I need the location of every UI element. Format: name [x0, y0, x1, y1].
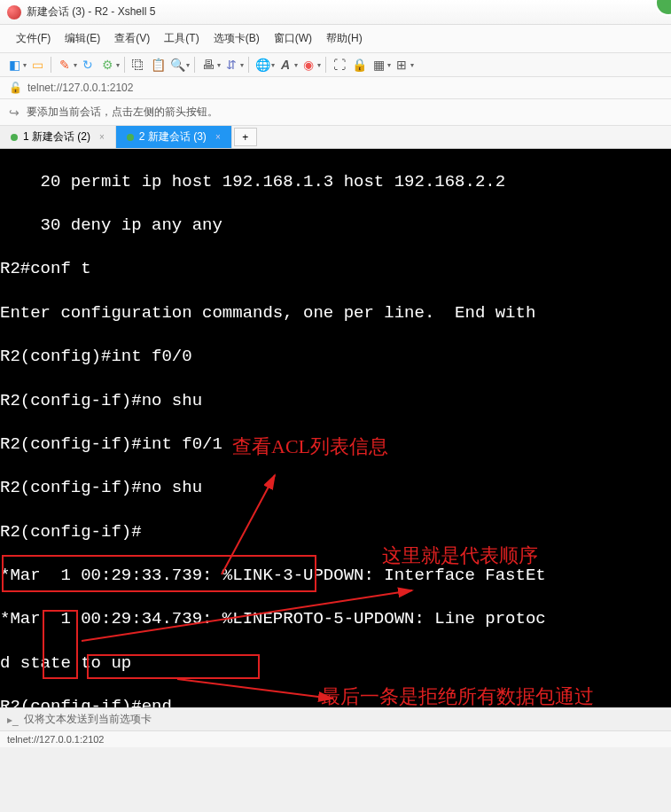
menu-edit[interactable]: 编辑(E) [59, 28, 105, 49]
terminal-line: *Mar 1 00:29:34.739: %LINEPROTO-5-UPDOWN… [0, 608, 671, 630]
footer-bar: ▸_ 仅将文本发送到当前选项卡 [0, 707, 671, 730]
plus-icon: + [242, 131, 248, 144]
transfer-button[interactable]: ⇵ [222, 56, 240, 74]
print-button[interactable]: 🖶 [199, 56, 217, 74]
menu-tabs[interactable]: 选项卡(B) [208, 28, 265, 49]
status-text: telnet://127.0.0.1:2102 [7, 734, 104, 745]
color-button[interactable]: ◉ [300, 56, 317, 74]
globe-button[interactable]: 🌐 [254, 56, 271, 74]
paste-button[interactable]: 📋 [149, 56, 167, 74]
tab-label: 1 新建会话 (2) [23, 129, 90, 144]
chevron-down-icon[interactable]: ▾ [116, 61, 120, 69]
chevron-down-icon[interactable]: ▾ [186, 61, 190, 69]
chevron-down-icon[interactable]: ▾ [240, 61, 244, 69]
toolbar: ◧▾ ▭ ✎▾ ↻ ⚙▾ ⿻ 📋 🔍▾ 🖶▾ ⇵▾ 🌐▾ A▾ ◉▾ ⛶ 🔒 ▦… [0, 53, 671, 77]
tab-bar: 1 新建会话 (2) × 2 新建会话 (3) × + [0, 126, 671, 149]
separator-icon [194, 57, 195, 73]
chevron-down-icon[interactable]: ▾ [23, 61, 27, 69]
tab-label: 2 新建会话 (3) [139, 129, 207, 144]
menu-window[interactable]: 窗口(W) [269, 28, 317, 49]
terminal-line: R2#conf t [0, 258, 671, 280]
lock-icon: 🔓 [9, 82, 22, 94]
arrow-icon[interactable]: ↪ [9, 105, 20, 120]
chevron-down-icon[interactable]: ▾ [74, 61, 77, 69]
separator-icon [124, 57, 125, 73]
chevron-down-icon[interactable]: ▾ [410, 61, 414, 69]
separator-icon [248, 57, 249, 73]
terminal-line: R2(config)#int f0/0 [0, 346, 671, 368]
add-button[interactable]: ⊞ [393, 56, 410, 74]
search-button[interactable]: 🔍 [168, 56, 186, 74]
annotation-box [87, 654, 260, 679]
menu-tools[interactable]: 工具(T) [159, 28, 204, 49]
menu-view[interactable]: 查看(V) [109, 28, 155, 49]
chevron-down-icon[interactable]: ▾ [271, 61, 275, 69]
hint-text: 要添加当前会话，点击左侧的箭头按钮。 [27, 105, 218, 120]
address-text[interactable]: telnet://127.0.0.1:2102 [27, 82, 133, 94]
chevron-down-icon[interactable]: ▾ [387, 61, 391, 69]
annotation-box [43, 610, 78, 679]
chevron-down-icon[interactable]: ▾ [294, 61, 298, 69]
hint-bar: ↪ 要添加当前会话，点击左侧的箭头按钮。 [0, 99, 671, 126]
terminal-line: R2(config-if)#no shu [0, 477, 671, 499]
titlebar: 新建会话 (3) - R2 - Xshell 5 [0, 0, 671, 25]
app-icon [7, 5, 21, 20]
close-icon[interactable]: × [99, 132, 105, 142]
tab-session-1[interactable]: 1 新建会话 (2) × [0, 126, 116, 148]
terminal-line: Enter configuration commands, one per li… [0, 302, 671, 324]
terminal-line: R2(config-if)# [0, 521, 671, 543]
separator-icon [51, 57, 51, 73]
address-bar: 🔓 telnet://127.0.0.1:2102 [0, 77, 671, 99]
new-session-button[interactable]: ◧ [5, 56, 23, 74]
annotation-text: 最后一条是拒绝所有数据包通过 [321, 684, 631, 707]
chevron-down-icon[interactable]: ▾ [317, 61, 321, 69]
terminal-line: 20 permit ip host 192.168.1.3 host 192.1… [0, 171, 671, 193]
layout-button[interactable]: ▦ [370, 56, 387, 74]
footer-text: 仅将文本发送到当前选项卡 [24, 712, 152, 727]
font-button[interactable]: A [277, 56, 294, 74]
copy-button[interactable]: ⿻ [129, 56, 147, 74]
window-title: 新建会话 (3) - R2 - Xshell 5 [27, 4, 155, 20]
separator-icon [325, 57, 326, 73]
status-indicator-icon [655, 0, 671, 16]
terminal-line: R2(config-if)#no shu [0, 390, 671, 412]
menu-help[interactable]: 帮助(H) [321, 28, 368, 49]
close-icon[interactable]: × [215, 132, 221, 142]
lock-button[interactable]: 🔒 [350, 56, 368, 74]
annotation-text: 查看ACL列表信息 [232, 434, 388, 460]
terminal-line: 30 deny ip any any [0, 215, 671, 237]
tab-session-2[interactable]: 2 新建会话 (3) × [116, 126, 232, 148]
chevron-down-icon[interactable]: ▾ [217, 61, 221, 69]
annotation-box [2, 555, 316, 592]
annotation-text: 这里就是代表顺序 [382, 543, 538, 569]
fullscreen-button[interactable]: ⛶ [331, 56, 348, 74]
terminal-output[interactable]: 20 permit ip host 192.168.1.3 host 192.1… [0, 149, 671, 707]
reconnect-button[interactable]: ↻ [79, 56, 97, 74]
open-button[interactable]: ▭ [28, 56, 46, 74]
edit-button[interactable]: ✎ [56, 56, 74, 74]
menu-file[interactable]: 文件(F) [11, 28, 56, 49]
add-tab-button[interactable]: + [234, 128, 257, 146]
send-icon[interactable]: ▸_ [7, 714, 19, 726]
menubar: 文件(F) 编辑(E) 查看(V) 工具(T) 选项卡(B) 窗口(W) 帮助(… [0, 25, 671, 53]
status-bar: telnet://127.0.0.1:2102 [0, 730, 671, 747]
properties-button[interactable]: ⚙ [98, 56, 116, 74]
